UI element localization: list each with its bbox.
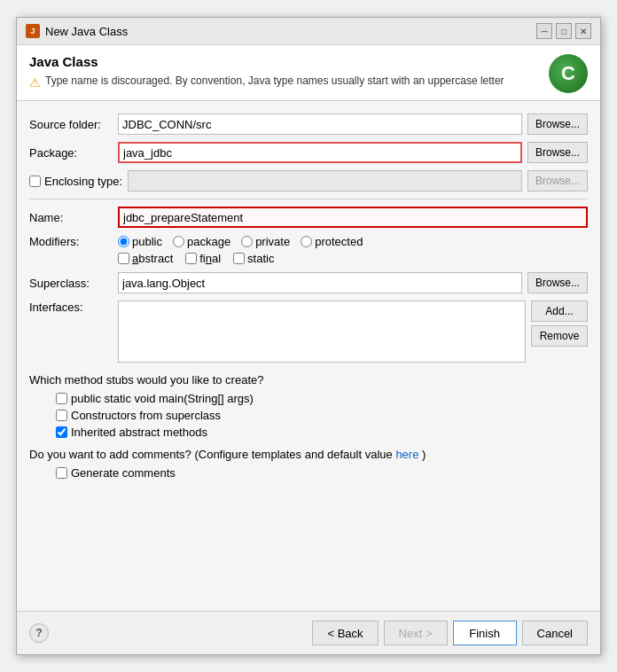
modifier-private-label[interactable]: private	[241, 235, 290, 248]
stub-constructors-checkbox[interactable]	[56, 410, 67, 421]
dialog-title: New Java Class	[45, 25, 128, 38]
stub-main-text: public static void main(String[] args)	[71, 392, 254, 405]
generate-comments-checkbox[interactable]	[56, 467, 67, 479]
title-bar: J New Java Class ─ □ ✕	[17, 18, 600, 45]
package-field-area: Browse...	[118, 142, 588, 163]
footer-right: < Back Next > Finish Cancel	[312, 621, 588, 645]
name-field-area	[118, 207, 588, 228]
warning-text: Type name is discouraged. By convention,…	[45, 74, 504, 87]
new-java-class-dialog: J New Java Class ─ □ ✕ Java Class ⚠ Type…	[16, 17, 601, 655]
next-button[interactable]: Next >	[384, 621, 448, 645]
generate-comments-label[interactable]: Generate comments	[56, 466, 588, 480]
abstract-checkbox[interactable]	[118, 253, 129, 264]
stub-constructors-text: Constructors from superclass	[71, 409, 221, 422]
comments-question-text: Do you want to add comments? (Configure …	[29, 448, 393, 461]
enclosing-type-row: Enclosing type: Browse...	[29, 170, 588, 191]
source-folder-input[interactable]	[118, 113, 522, 135]
stub-inherited-checkbox[interactable]	[56, 426, 67, 438]
modifier-package-radio[interactable]	[173, 236, 184, 247]
source-folder-row: Source folder: Browse...	[29, 113, 588, 135]
minimize-button[interactable]: ─	[536, 23, 552, 39]
modifiers-group: public package private protected	[118, 235, 363, 248]
stub-main-checkbox[interactable]	[56, 393, 67, 404]
superclass-label: Superclass:	[29, 277, 118, 290]
stubs-question: Which method stubs would you like to cre…	[29, 373, 588, 387]
source-folder-label: Source folder:	[29, 118, 118, 131]
warning-message: ⚠ Type name is discouraged. By conventio…	[29, 74, 504, 90]
dialog-header: Java Class ⚠ Type name is discouraged. B…	[17, 45, 600, 101]
modifiers-row2: abstract final static	[29, 252, 588, 265]
static-label[interactable]: static	[233, 252, 274, 265]
add-interface-button[interactable]: Add...	[531, 301, 588, 322]
modifier-private-text: private	[255, 235, 290, 248]
comments-after-link: )	[422, 448, 426, 461]
modifier-private-radio[interactable]	[241, 236, 253, 247]
interfaces-label: Interfaces:	[29, 301, 118, 314]
help-button[interactable]: ?	[29, 623, 49, 643]
stub-constructors-label[interactable]: Constructors from superclass	[56, 409, 588, 422]
name-label: Name:	[29, 211, 118, 224]
source-folder-field-area: Browse...	[118, 113, 588, 135]
enclosing-type-label: Enclosing type:	[44, 175, 122, 188]
finish-button[interactable]: Finish	[453, 621, 517, 645]
footer-left: ?	[29, 623, 49, 643]
cancel-button[interactable]: Cancel	[522, 621, 588, 645]
final-label[interactable]: final	[185, 252, 221, 265]
modifiers-row: Modifiers: public package private protec…	[29, 235, 588, 248]
static-text: static	[247, 252, 274, 265]
name-input[interactable]	[118, 207, 588, 228]
package-input[interactable]	[118, 142, 522, 163]
back-button[interactable]: < Back	[312, 621, 378, 645]
static-checkbox[interactable]	[233, 253, 245, 264]
here-link[interactable]: here	[395, 448, 418, 461]
modifier-protected-text: protected	[315, 235, 363, 248]
remove-interface-button[interactable]: Remove	[531, 325, 588, 347]
comments-question: Do you want to add comments? (Configure …	[29, 448, 588, 461]
interfaces-buttons: Add... Remove	[531, 301, 588, 347]
package-label: Package:	[29, 146, 118, 160]
interfaces-row: Interfaces: Add... Remove	[29, 301, 588, 363]
modifier-protected-label[interactable]: protected	[301, 235, 363, 248]
modifier-protected-radio[interactable]	[301, 236, 312, 247]
separator-1	[29, 199, 588, 199]
enclosing-type-input	[128, 170, 522, 191]
stub-inherited-label[interactable]: Inherited abstract methods	[56, 426, 588, 439]
interfaces-textarea[interactable]	[118, 301, 526, 363]
stub-inherited-text: Inherited abstract methods	[71, 426, 207, 439]
maximize-button[interactable]: □	[556, 23, 572, 39]
enclosing-checkbox-area: Enclosing type:	[29, 175, 122, 188]
comments-section: Generate comments	[29, 466, 588, 480]
dialog-icon: J	[26, 24, 40, 38]
modifier-public-label[interactable]: public	[118, 235, 162, 248]
final-checkbox[interactable]	[185, 253, 197, 264]
section-title: Java Class	[29, 54, 504, 69]
package-row: Package: Browse...	[29, 142, 588, 163]
close-button[interactable]: ✕	[575, 23, 591, 39]
title-controls: ─ □ ✕	[536, 23, 591, 39]
name-row: Name:	[29, 207, 588, 228]
abstract-text: abstract	[132, 252, 173, 265]
dialog-body: Source folder: Browse... Package: Browse…	[17, 101, 600, 611]
modifier-package-text: package	[187, 235, 230, 248]
modifier-public-text: public	[132, 235, 162, 248]
header-left: Java Class ⚠ Type name is discouraged. B…	[29, 54, 504, 90]
modifiers-label: Modifiers:	[29, 235, 118, 248]
stub-main-label[interactable]: public static void main(String[] args)	[56, 392, 588, 405]
title-bar-left: J New Java Class	[26, 24, 128, 38]
superclass-field-area: Browse...	[118, 272, 588, 293]
package-browse-button[interactable]: Browse...	[527, 142, 588, 163]
final-text: final	[199, 252, 221, 265]
superclass-input[interactable]	[118, 272, 522, 293]
source-folder-browse-button[interactable]: Browse...	[527, 113, 588, 135]
modifier-public-radio[interactable]	[118, 236, 129, 247]
stubs-section: public static void main(String[] args) C…	[29, 392, 588, 439]
generate-comments-text: Generate comments	[71, 466, 176, 480]
warning-icon: ⚠	[29, 75, 41, 90]
dialog-footer: ? < Back Next > Finish Cancel	[17, 611, 600, 654]
eclipse-logo: C	[549, 54, 588, 93]
abstract-label[interactable]: abstract	[118, 252, 173, 265]
enclosing-browse-button: Browse...	[527, 170, 588, 191]
enclosing-type-checkbox[interactable]	[29, 176, 41, 187]
modifier-package-label[interactable]: package	[173, 235, 230, 248]
superclass-browse-button[interactable]: Browse...	[527, 272, 588, 293]
